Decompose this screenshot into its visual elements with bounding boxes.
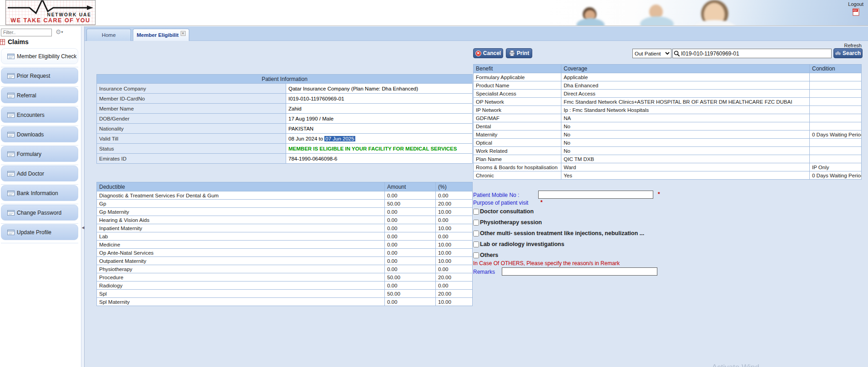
- patient-type-select[interactable]: Out Patient: [632, 49, 671, 58]
- magnifier-icon: [674, 50, 680, 57]
- mobile-required-marker: *: [658, 191, 660, 197]
- header-photo: [544, 0, 868, 25]
- tab-home[interactable]: Home: [86, 29, 131, 41]
- deductible-row: Physiotherapy 0.00 0.00: [97, 265, 473, 273]
- remarks-input[interactable]: [502, 267, 657, 276]
- purpose-option-label: Doctor consultation: [480, 208, 534, 215]
- patient-information-title: Patient Information: [97, 75, 473, 84]
- deductible-row: Spl Maternity 0.00 10.00: [97, 298, 473, 306]
- benefits-table: Benefit Coverage Condition Formulary App…: [473, 64, 862, 180]
- sidebar-menu-item[interactable]: Prior Request: [1, 68, 78, 84]
- deductible-row: Diagnostic & Treatment Services For Dent…: [97, 191, 473, 200]
- sidebar-menu-item[interactable]: Encounters: [1, 107, 78, 123]
- sidebar: ⚙▾ Claims Member Eligibility Check: [0, 26, 81, 367]
- form-icon: [7, 112, 15, 118]
- sidebar-item-wrap: Bank Information: [1, 185, 78, 204]
- sidebar-item-wrap: Encounters: [1, 107, 78, 126]
- sidebar-item-label: Referral: [17, 92, 36, 99]
- sidebar-item-wrap: Downloads: [1, 126, 78, 146]
- sidebar-item-label: Add Doctor: [17, 171, 44, 177]
- header-bar: NETWORK UAE WE TAKE CARE OF YOU Logout P…: [0, 0, 868, 26]
- form-icon: [7, 151, 15, 157]
- form-icon: [7, 73, 15, 79]
- eligibility-status-text: MEMBER IS ELIGIBLE IN YOUR FACILITY FOR …: [286, 144, 473, 154]
- table-row: Member ID-CardNo I019-010-119760969-01: [97, 94, 473, 104]
- benefit-row: IP Network Ip : Fmc Standard Network Hos…: [474, 106, 862, 114]
- refresh-link[interactable]: Refresh: [844, 43, 862, 48]
- benefit-row: Product Name Dha Enhanced: [474, 81, 862, 90]
- table-row: Nationality PAKISTAN: [97, 124, 473, 134]
- close-tab-icon[interactable]: ✕: [181, 31, 186, 36]
- sidebar-menu-item[interactable]: Update Profile: [1, 224, 78, 240]
- table-row: DOB/Gender 17 Aug 1990 / Male: [97, 114, 473, 124]
- form-icon: [7, 230, 15, 235]
- deductible-row: Radiology 0.00 0.00: [97, 282, 473, 290]
- benefit-row: Maternity No 0 Days Waiting Period: [474, 131, 862, 139]
- member-search-input[interactable]: [681, 49, 830, 58]
- benefit-row: Chronic Yes 0 Days Waiting Period: [474, 171, 862, 180]
- purpose-checkbox[interactable]: [473, 241, 479, 247]
- purpose-option: Others: [473, 252, 498, 258]
- table-row: Emirates ID 784-1990-0646098-6: [97, 154, 473, 164]
- sidebar-menu-item[interactable]: Formulary: [1, 146, 78, 162]
- benefit-row: Plan Name QIC TM DXB: [474, 155, 862, 163]
- purpose-checkbox[interactable]: [473, 231, 479, 236]
- benefit-row: Rooms & Boards for hospitalisation Ward …: [474, 163, 862, 171]
- table-row-valid-till: Valid Till 08 Jun 2024 to 07 Jun 2025: [97, 134, 473, 144]
- sidebar-menu-item[interactable]: Change Password: [1, 205, 78, 221]
- cancel-button[interactable]: ✕ Cancel: [473, 48, 503, 58]
- tab-bar: Home Member Eligibilit ✕: [85, 26, 868, 41]
- filter-input[interactable]: [1, 29, 52, 36]
- purpose-option-label: Other multi- session treatment like inje…: [480, 230, 644, 236]
- svg-text:PDF: PDF: [853, 10, 857, 12]
- tab-member-eligibility-label: Member Eligibilit: [136, 32, 178, 38]
- purpose-option-label: Others: [480, 252, 498, 258]
- sidebar-menu-item[interactable]: Add Doctor: [1, 166, 78, 181]
- sidebar-menu-item[interactable]: Member Eligibility Check: [1, 48, 78, 64]
- member-search-box: [672, 49, 832, 58]
- activate-windows-watermark: Activate Wind: [712, 363, 759, 367]
- search-button[interactable]: Search: [833, 48, 863, 58]
- purpose-option: Physiotherapy session: [473, 219, 542, 226]
- sidebar-menu-item[interactable]: Referral: [1, 87, 78, 103]
- pdf-icon[interactable]: PDF: [853, 8, 860, 16]
- purpose-checkbox[interactable]: [473, 209, 479, 215]
- tab-home-label: Home: [102, 32, 116, 38]
- deductible-row: Procedure 50.00 20.00: [97, 273, 473, 282]
- member-eligibility-app: NETWORK UAE WE TAKE CARE OF YOU Logout P…: [0, 0, 868, 367]
- logo-network-text: NETWORK UAE: [47, 12, 91, 17]
- deductible-row: Inpatient Maternity 0.00 10.00: [97, 224, 473, 232]
- sidebar-item-wrap: Prior Request: [1, 68, 78, 87]
- print-button[interactable]: Print: [506, 48, 532, 58]
- purpose-checkbox[interactable]: [473, 220, 479, 226]
- deductible-row: Lab 0.00 0.00: [97, 232, 473, 241]
- tab-member-eligibility[interactable]: Member Eligibilit ✕: [133, 29, 189, 41]
- benefits-header-row: Benefit Coverage Condition: [474, 65, 862, 73]
- sidebar-splitter[interactable]: ◀: [81, 26, 85, 367]
- sidebar-item-label: Update Profile: [17, 229, 51, 236]
- deductible-row: Outpatient Maternity 0.00 10.00: [97, 257, 473, 265]
- benefit-row: Optical No: [474, 139, 862, 147]
- form-icon: [7, 210, 15, 216]
- sidebar-menu-item[interactable]: Downloads: [1, 126, 78, 142]
- patient-mobile-input[interactable]: [538, 191, 653, 199]
- deductible-header-row: Deductible Amount (%): [97, 182, 473, 191]
- collapse-arrow-icon[interactable]: ◀: [81, 221, 85, 235]
- purpose-option-label: Physiotherapy session: [480, 219, 542, 226]
- logout-link[interactable]: Logout: [848, 1, 863, 7]
- purpose-of-visit-label: Purpose of patient visit: [473, 200, 528, 206]
- purpose-checkbox[interactable]: [473, 252, 479, 258]
- benefit-row: Specialist Access Direct Access: [474, 90, 862, 98]
- cancel-x-icon: ✕: [475, 50, 481, 56]
- sidebar-menu-item[interactable]: Bank Information: [1, 185, 78, 201]
- main-panel: Home Member Eligibilit ✕ Refresh Patient…: [85, 26, 868, 367]
- patient-information-table: Patient Information Insurance Company Qa…: [96, 74, 473, 164]
- sidebar-item-label: Encounters: [17, 112, 45, 118]
- sidebar-item-wrap: Referral: [1, 87, 78, 106]
- table-row: Member Name Zahid: [97, 104, 473, 114]
- gear-icon[interactable]: ⚙▾: [56, 28, 63, 35]
- sidebar-item-label: Bank Information: [17, 190, 58, 196]
- form-icon: [7, 132, 15, 137]
- brand-logo: NETWORK UAE WE TAKE CARE OF YOU: [5, 0, 96, 25]
- sidebar-item-label: Member Eligibility Check: [17, 53, 76, 60]
